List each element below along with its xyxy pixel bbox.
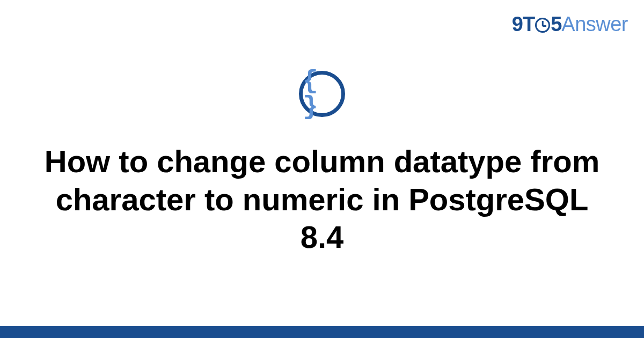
- code-braces-icon: { }: [299, 71, 345, 117]
- main-content: { } How to change column datatype from c…: [0, 0, 644, 327]
- topic-icon-wrapper: { }: [299, 71, 345, 117]
- footer-bar: [0, 326, 644, 338]
- page-title: How to change column datatype from chara…: [32, 143, 612, 256]
- braces-glyph: { }: [303, 68, 341, 120]
